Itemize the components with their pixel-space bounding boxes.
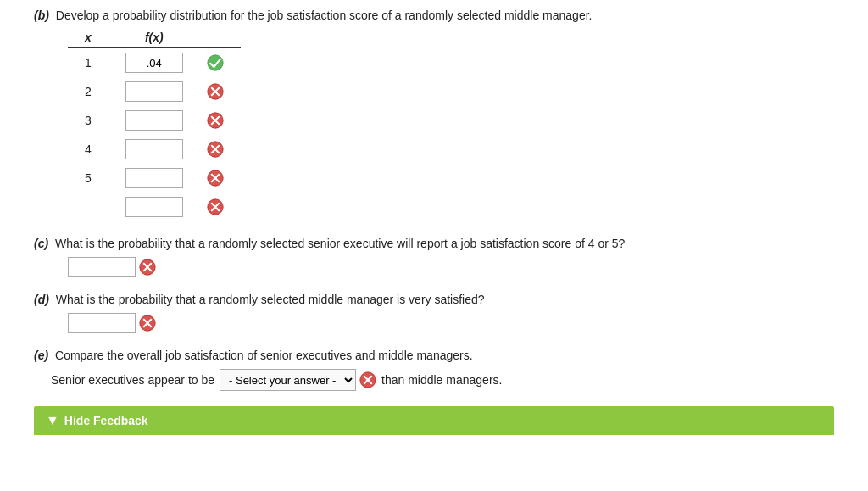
section-d-header: (d) What is the probability that a rando… (34, 293, 834, 306)
x-circle-icon (207, 198, 224, 215)
table-row: 5 (68, 164, 241, 192)
section-c-answer (68, 257, 834, 277)
x-circle-icon (207, 141, 224, 158)
section-b-header: (b) Develop a probability distribution f… (34, 8, 834, 22)
table-cell-fx (108, 135, 200, 164)
section-e-prefix: Senior executives appear to be (51, 373, 214, 387)
x-circle-icon (139, 259, 156, 276)
table-row: 4 (68, 135, 241, 164)
section-e-suffix: than middle managers. (381, 373, 502, 387)
fx-input-2[interactable] (125, 110, 183, 131)
section-c: (c) What is the probability that a rando… (34, 237, 834, 277)
section-b-label: (b) (34, 8, 49, 22)
section-d-answer (68, 313, 834, 333)
hide-feedback-bar[interactable]: ▼ Hide Feedback (34, 406, 834, 435)
section-e-header: (e) Compare the overall job satisfaction… (34, 349, 834, 362)
table-cell-fx (108, 192, 200, 221)
x-circle-icon (207, 141, 224, 158)
table-cell-fx (108, 77, 200, 106)
section-b: (b) Develop a probability distribution f… (34, 8, 834, 221)
check-icon (207, 54, 224, 71)
x-circle-icon (207, 198, 224, 215)
table-row: 3 (68, 106, 241, 135)
section-e-label: (e) (34, 349, 48, 362)
table-row: 2 (68, 77, 241, 106)
section-c-status-icon (139, 259, 156, 276)
section-e-select[interactable]: - Select your answer - more satisfied le… (220, 369, 356, 391)
section-e-answer-row: Senior executives appear to be - Select … (51, 369, 834, 391)
fx-input-4[interactable] (125, 168, 183, 188)
probability-table: x f(x) 12345 (68, 29, 241, 221)
section-e-status-icon (359, 371, 376, 388)
fx-input-5[interactable] (125, 197, 183, 217)
table-cell-x: 1 (68, 48, 108, 78)
x-circle-icon (207, 170, 224, 187)
x-circle-icon (207, 112, 224, 129)
table-cell-x: 2 (68, 77, 108, 106)
table-row: 1 (68, 48, 241, 78)
section-e: (e) Compare the overall job satisfaction… (34, 349, 834, 391)
fx-input-1[interactable] (125, 81, 183, 102)
section-d-input[interactable] (68, 313, 136, 333)
section-c-label: (c) (34, 237, 48, 250)
fx-input-0[interactable] (125, 53, 183, 73)
x-circle-icon (207, 83, 224, 100)
x-circle-icon (359, 371, 376, 388)
table-cell-x (68, 192, 108, 221)
arrow-down-icon: ▼ (46, 413, 59, 428)
x-circle-icon (207, 83, 224, 100)
table-cell-fx (108, 164, 200, 192)
section-d-status-icon (139, 315, 156, 332)
fx-input-3[interactable] (125, 139, 183, 159)
x-circle-icon (139, 315, 156, 332)
table-cell-x: 4 (68, 135, 108, 164)
section-d: (d) What is the probability that a rando… (34, 293, 834, 333)
check-icon (207, 54, 224, 71)
table-row (68, 192, 241, 221)
x-circle-icon (207, 170, 224, 187)
table-cell-fx (108, 106, 200, 135)
col-fx-header: f(x) (108, 29, 200, 48)
section-b-text: Develop a probability distribution for t… (56, 8, 593, 22)
hide-feedback-label: Hide Feedback (64, 414, 148, 427)
table-cell-x: 5 (68, 164, 108, 192)
table-cell-fx (108, 48, 200, 78)
section-c-input[interactable] (68, 257, 136, 277)
section-d-text: What is the probability that a randomly … (56, 293, 485, 306)
section-c-text: What is the probability that a randomly … (55, 237, 625, 250)
x-circle-icon (207, 112, 224, 129)
section-d-label: (d) (34, 293, 49, 306)
section-c-header: (c) What is the probability that a rando… (34, 237, 834, 250)
table-cell-x: 3 (68, 106, 108, 135)
col-x-header: x (68, 29, 108, 48)
section-e-text: Compare the overall job satisfaction of … (55, 349, 473, 362)
